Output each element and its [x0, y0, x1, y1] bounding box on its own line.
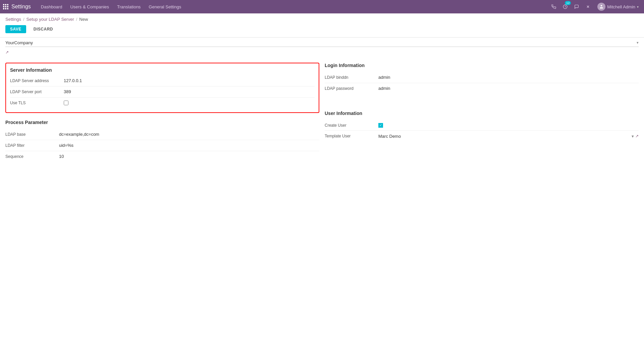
ldap-port-label: LDAP Server port [10, 89, 64, 94]
server-info-title: Server Information [10, 67, 315, 73]
user-chevron-icon: ▾ [637, 5, 639, 9]
breadcrumb: Settings / Setup your LDAP Server / New [0, 13, 644, 24]
svg-point-12 [601, 5, 602, 7]
activity-badge: 12 [565, 1, 571, 5]
chat-icon[interactable] [572, 2, 581, 11]
svg-rect-4 [5, 6, 6, 7]
phone-icon[interactable] [549, 2, 558, 11]
company-name: YourCompany [5, 40, 637, 45]
company-selector[interactable]: YourCompany ▾ [5, 40, 639, 47]
ldap-base-input[interactable] [59, 131, 319, 138]
user-menu[interactable]: Mitchell Admin ▾ [595, 1, 641, 12]
ldap-filter-input[interactable] [59, 142, 319, 149]
svg-rect-1 [5, 4, 6, 5]
ldap-password-row: LDAP password [325, 83, 639, 94]
ldap-base-label: LDAP base [5, 132, 59, 137]
create-user-checkbox[interactable]: ✓ [378, 123, 383, 128]
avatar [597, 3, 605, 11]
breadcrumb-root[interactable]: Settings [5, 17, 21, 22]
ldap-base-row: LDAP base [5, 129, 319, 140]
template-user-external-link-icon[interactable]: ↗ [635, 134, 639, 138]
user-info-title: User Information [325, 111, 639, 116]
ldap-address-label: LDAP Server address [10, 78, 64, 83]
user-info-section: User Information Create User ✓ Template … [325, 111, 639, 141]
process-param-section: Process Parameter LDAP base LDAP filter … [5, 120, 319, 162]
svg-rect-6 [3, 8, 4, 9]
template-user-row: Template User Marc Demo ▾ ↗ [325, 131, 639, 141]
login-info-title: Login Information [325, 63, 639, 68]
breadcrumb-sep-1: / [23, 17, 24, 22]
left-column: Server Information LDAP Server address L… [5, 63, 319, 169]
use-tls-label: Use TLS [10, 101, 64, 105]
ldap-port-row: LDAP Server port [10, 86, 315, 98]
sequence-label: Sequence [5, 154, 59, 159]
save-button[interactable]: SAVE [5, 25, 26, 33]
svg-rect-7 [5, 8, 6, 9]
topbar-actions: 12 Mitchell Admin ▾ [549, 1, 641, 12]
svg-rect-2 [7, 4, 8, 5]
svg-rect-8 [7, 8, 8, 9]
ldap-binddn-label: LDAP binddn [325, 75, 378, 80]
nav-general-settings[interactable]: General Settings [145, 2, 184, 11]
ldap-filter-row: LDAP filter [5, 140, 319, 151]
app-title: Settings [11, 4, 31, 10]
use-tls-checkbox[interactable] [64, 101, 68, 105]
breadcrumb-current: New [79, 17, 88, 22]
top-nav: Dashboard Users & Companies Translations… [38, 2, 549, 11]
nav-dashboard[interactable]: Dashboard [38, 2, 66, 11]
breadcrumb-parent[interactable]: Setup your LDAP Server [26, 17, 74, 22]
topbar: Settings Dashboard Users & Companies Tra… [0, 0, 644, 13]
nav-users-companies[interactable]: Users & Companies [67, 2, 112, 11]
company-external-link-icon[interactable]: ↗ [5, 50, 9, 55]
company-bar: YourCompany ▾ [0, 37, 644, 48]
ldap-port-input[interactable] [64, 88, 315, 95]
ldap-address-input[interactable] [64, 77, 315, 84]
create-user-label: Create User [325, 123, 378, 128]
svg-rect-3 [3, 6, 4, 7]
server-info-section: Server Information LDAP Server address L… [5, 63, 319, 113]
template-user-label: Template User [325, 134, 378, 138]
login-info-section: Login Information LDAP binddn LDAP passw… [325, 63, 639, 94]
clock-badge-icon[interactable]: 12 [560, 2, 570, 11]
user-name: Mitchell Admin [607, 4, 635, 9]
ldap-binddn-row: LDAP binddn [325, 72, 639, 83]
company-chevron-icon: ▾ [637, 41, 639, 45]
ldap-password-label: LDAP password [325, 86, 378, 91]
ldap-address-row: LDAP Server address [10, 75, 315, 86]
nav-translations[interactable]: Translations [114, 2, 144, 11]
ldap-filter-label: LDAP filter [5, 143, 59, 148]
svg-rect-0 [3, 4, 4, 5]
ldap-binddn-input[interactable] [378, 74, 639, 81]
create-user-row: Create User ✓ [325, 120, 639, 131]
action-bar: SAVE DISCARD [0, 24, 644, 37]
process-param-title: Process Parameter [5, 120, 319, 125]
template-user-chevron-icon[interactable]: ▾ [632, 134, 634, 139]
apps-grid-icon[interactable] [3, 4, 9, 10]
ldap-password-input[interactable] [378, 85, 639, 92]
right-column: Login Information LDAP binddn LDAP passw… [325, 63, 639, 169]
sequence-row: Sequence [5, 151, 319, 162]
main-content: Server Information LDAP Server address L… [0, 57, 644, 174]
template-user-value: Marc Demo [378, 134, 632, 139]
sequence-input[interactable] [59, 153, 319, 160]
breadcrumb-sep-2: / [76, 17, 77, 22]
discard-button[interactable]: DISCARD [29, 25, 58, 33]
close-icon[interactable] [583, 2, 593, 11]
use-tls-row: Use TLS [10, 98, 315, 108]
svg-rect-5 [7, 6, 8, 7]
